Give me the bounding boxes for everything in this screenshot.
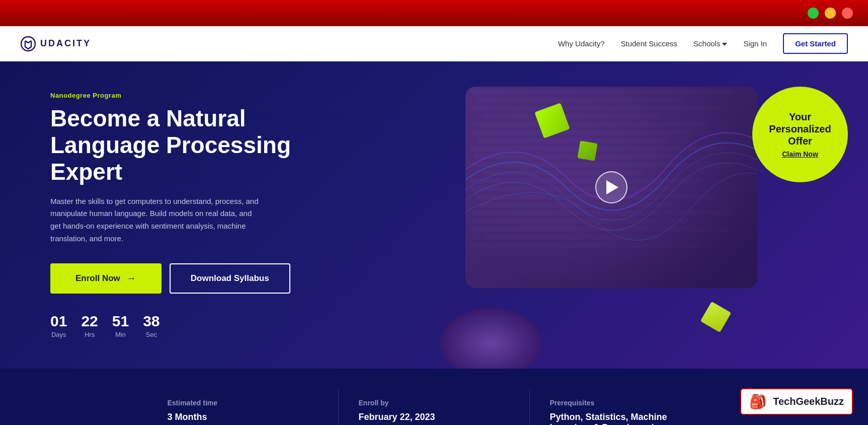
prerequisites-value: Python, Statistics, Machine Learning, & …: [550, 412, 701, 425]
hero-description: Master the skills to get computers to un…: [50, 195, 262, 245]
get-started-button[interactable]: Get Started: [783, 33, 848, 54]
float-box-3: [700, 301, 731, 332]
sec-label: Sec: [146, 331, 157, 338]
arrow-right-icon: →: [126, 272, 136, 284]
countdown-hrs: 22 Hrs: [81, 314, 98, 338]
logo[interactable]: UDACITY: [20, 36, 91, 52]
watermark: 🎒 TechGeekBuzz: [740, 388, 853, 415]
yellow-window-btn[interactable]: [825, 8, 836, 19]
prerequisites-label: Prerequisites: [550, 399, 701, 407]
enroll-now-button[interactable]: Enroll Now →: [50, 263, 162, 294]
offer-circle[interactable]: Your Personalized Offer Claim Now: [752, 87, 848, 182]
hero-content: Nanodegree Program Become a Natural Lang…: [50, 92, 332, 338]
float-box-2: [577, 140, 598, 161]
hrs-value: 22: [81, 314, 98, 329]
days-value: 01: [50, 314, 67, 329]
hero-visual: [415, 77, 757, 369]
hero-title: Become a Natural Language Processing Exp…: [50, 105, 332, 185]
hero-section: Nanodegree Program Become a Natural Lang…: [0, 61, 868, 369]
info-enroll-by: Enroll by February 22, 2023 Get access t…: [339, 389, 530, 425]
min-label: Min: [115, 331, 126, 338]
download-syllabus-button[interactable]: Download Syllabus: [170, 263, 290, 294]
nav-why-udacity[interactable]: Why Udacity?: [558, 39, 605, 48]
logo-text: UDACITY: [40, 38, 91, 49]
countdown-min: 51 Min: [112, 314, 129, 338]
play-icon: [606, 180, 618, 194]
countdown-days: 01 Days: [50, 314, 67, 338]
days-label: Days: [51, 331, 66, 338]
nav-student-success[interactable]: Student Success: [620, 39, 677, 48]
red-window-btn[interactable]: [842, 8, 853, 19]
watermark-text: TechGeekBuzz: [773, 396, 844, 407]
hero-buttons: Enroll Now → Download Syllabus: [50, 263, 332, 294]
green-window-btn[interactable]: [808, 8, 819, 19]
estimated-time-label: Estimated time: [168, 399, 318, 407]
offer-claim-link[interactable]: Claim Now: [782, 150, 818, 158]
countdown: 01 Days 22 Hrs 51 Min 38 Sec: [50, 314, 332, 338]
watermark-icon: 🎒: [749, 393, 767, 410]
info-prerequisites: Prerequisites Python, Statistics, Machin…: [530, 389, 721, 425]
countdown-sec: 38 Sec: [143, 314, 160, 338]
estimated-time-value: 3 Months: [168, 412, 318, 422]
chevron-down-icon: [722, 43, 727, 46]
offer-title: Your Personalized Offer: [760, 111, 840, 147]
hrs-label: Hrs: [85, 331, 95, 338]
hero-screen: [465, 87, 757, 288]
titlebar: [0, 0, 868, 26]
nav-links: Why Udacity? Student Success Schools Sig…: [558, 33, 848, 54]
info-bar: Estimated time 3 Months At 10-15 hrs/wee…: [0, 369, 868, 425]
info-estimated-time: Estimated time 3 Months At 10-15 hrs/wee…: [147, 389, 339, 425]
sec-value: 38: [143, 314, 160, 329]
nanodegree-label: Nanodegree Program: [50, 92, 332, 99]
navbar: UDACITY Why Udacity? Student Success Sch…: [0, 26, 868, 61]
hero-screen-overlay: [465, 87, 757, 288]
enroll-by-date: February 22, 2023: [359, 412, 509, 422]
nav-schools[interactable]: Schools: [693, 39, 727, 48]
enroll-by-label: Enroll by: [359, 399, 509, 407]
play-button[interactable]: [595, 171, 627, 203]
min-value: 51: [112, 314, 129, 329]
purple-blob: [440, 308, 541, 369]
nav-signin[interactable]: Sign In: [743, 39, 767, 48]
